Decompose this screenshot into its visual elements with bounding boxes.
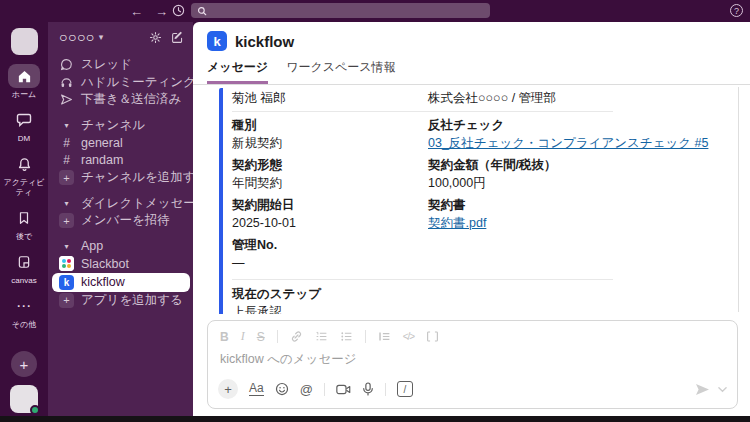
rail-item-home[interactable]: ホーム [1,64,47,99]
rail-item-more[interactable]: ⋯ その他 [1,294,47,329]
rail-label-activity: アクティビティ [1,178,47,196]
workspace-switcher-tile[interactable] [11,28,38,55]
field-label: 反社チェック [428,118,730,133]
field-contract-amount: 契約金額（年間/税抜） 100,000円 [428,158,730,191]
message-input[interactable]: kickflow へのメッセージ [208,346,737,372]
sidebar-item-huddles[interactable]: ハドルミーティング [48,74,193,92]
contract-pdf-link[interactable]: 契約書.pdf [428,216,730,231]
main-pane: k kickflow メッセージ ワークスペース情報 菊池 福郎 株式会社○○○… [193,22,750,416]
sidebar-add-app[interactable]: + アプリを追加する [48,292,193,310]
slackbot-avatar [59,256,74,271]
app-name: kickflow [81,275,125,289]
hash-icon: # [59,153,74,167]
history-forward-icon[interactable]: → [155,4,168,19]
history-clock-icon[interactable] [172,4,185,17]
bold-icon[interactable]: B [220,330,229,344]
sidebar-section-channels[interactable]: ▾ チャンネル [48,117,193,135]
tab-messages[interactable]: メッセージ [207,59,268,84]
sidebar-section-apps[interactable]: ▾ App [48,238,193,256]
rail-item-activity[interactable]: アクティビティ [1,152,47,196]
sidebar-item-threads[interactable]: スレッド [48,56,193,74]
message-composer[interactable]: B I S </> [207,320,738,409]
sidebar-channel-randam[interactable]: # randam [48,152,193,170]
code-icon[interactable]: </> [403,331,414,342]
sidebar-item-drafts[interactable]: 下書き＆送信済み [48,91,193,109]
applicant-name: 菊池 福郎 [232,91,428,106]
sidebar-label: ハドルミーティング [81,74,196,91]
workspace-name[interactable]: ○○○○ [59,29,95,45]
search-input[interactable] [191,3,490,18]
send-options-chevron-icon[interactable] [718,386,727,393]
strikethrough-icon[interactable]: S [257,330,265,344]
rail-item-dm[interactable]: DM [1,108,47,143]
dm-icon [8,108,40,132]
new-message-compose-icon[interactable] [171,31,184,44]
slash-commands-icon[interactable]: / [397,381,413,397]
home-icon [8,64,40,88]
applicant-org: 株式会社○○○○ / 管理部 [428,91,730,106]
current-step-block: 現在のステップ 上長承認 [232,287,730,314]
conversation-title[interactable]: kickflow [235,33,294,50]
link-icon[interactable] [290,330,303,343]
current-step-value: 上長承認 [232,305,730,314]
create-new-button[interactable]: + [11,351,37,377]
search-icon [197,6,207,16]
ordered-list-icon[interactable] [315,330,328,343]
field-contract-file: 契約書 契約書.pdf [428,198,730,231]
rail-item-canvas[interactable]: canvas [1,250,47,285]
kickflow-app-icon: k [59,275,74,290]
sidebar-label: スレッド [81,56,132,73]
tab-workspace-info[interactable]: ワークスペース情報 [286,59,395,84]
field-value: 年間契約 [232,176,428,191]
help-icon[interactable]: ? [730,4,743,17]
sidebar-add-channel[interactable]: + チャンネルを追加する [48,169,193,187]
sidebar-app-kickflow[interactable]: k kickflow [52,273,190,292]
sidebar-section-dms[interactable]: ▾ ダイレクトメッセージ [48,195,193,213]
history-back-icon[interactable]: ← [130,4,143,19]
compliance-check-link[interactable]: 03_反社チェック・コンプライアンスチェック #5 [428,136,730,151]
send-button[interactable] [695,383,710,396]
sidebar-invite-members[interactable]: + メンバーを招待 [48,212,193,230]
sidebar-label: メンバーを招待 [81,212,170,229]
divider [232,279,613,280]
mention-icon[interactable]: @ [300,382,313,397]
channel-name: randam [81,153,123,167]
video-clip-icon[interactable] [336,383,351,396]
current-step-label: 現在のステップ [232,287,730,302]
rail-label-home: ホーム [1,90,47,99]
italic-icon[interactable]: I [241,329,245,344]
field-label: 契約書 [428,198,730,213]
attach-plus-icon[interactable]: + [218,379,238,399]
activity-bell-icon [8,152,40,176]
slack-window: ← → ? ホーム DM [0,0,750,422]
workspace-rail: ホーム DM アクティビティ 後で canvas [0,22,48,416]
sidebar-label: チャンネルを追加する [81,169,208,186]
sidebar-app-slackbot[interactable]: Slackbot [48,255,193,273]
scrollbar[interactable] [738,87,739,312]
code-block-icon[interactable] [426,330,439,343]
conversation-header: k kickflow [193,22,750,51]
message-list: 菊池 福郎 株式会社○○○○ / 管理部 種別 新規契約 反社チェック 03_反… [193,85,750,314]
workspace-header: ○○○○ ▾ [48,22,193,52]
bookmark-icon [8,206,40,230]
bulleted-list-icon[interactable] [340,330,353,343]
field-start-date: 契約開始日 2025-10-01 [232,198,428,231]
settings-gear-icon[interactable] [149,31,162,44]
blockquote-icon[interactable] [378,330,391,343]
section-title: チャンネル [81,117,145,134]
hash-icon: # [59,136,74,150]
sidebar-channel-general[interactable]: # general [48,134,193,152]
sidebar-label: 下書き＆送信済み [81,91,182,108]
user-avatar[interactable] [10,385,38,413]
audio-clip-icon[interactable] [362,382,374,396]
field-contract-form: 契約形態 年間契約 [232,158,428,191]
section-title: ダイレクトメッセージ [81,195,209,212]
show-formatting-icon[interactable]: Aa [249,382,264,396]
emoji-icon[interactable] [275,382,289,396]
rail-item-later[interactable]: 後で [1,206,47,241]
field-label: 管理No. [232,238,428,253]
conversation-tabs: メッセージ ワークスペース情報 [193,59,750,85]
channel-sidebar: ○○○○ ▾ スレッド ハドルミ [48,22,193,416]
rail-label-more: その他 [1,320,47,329]
presence-indicator [30,405,40,415]
